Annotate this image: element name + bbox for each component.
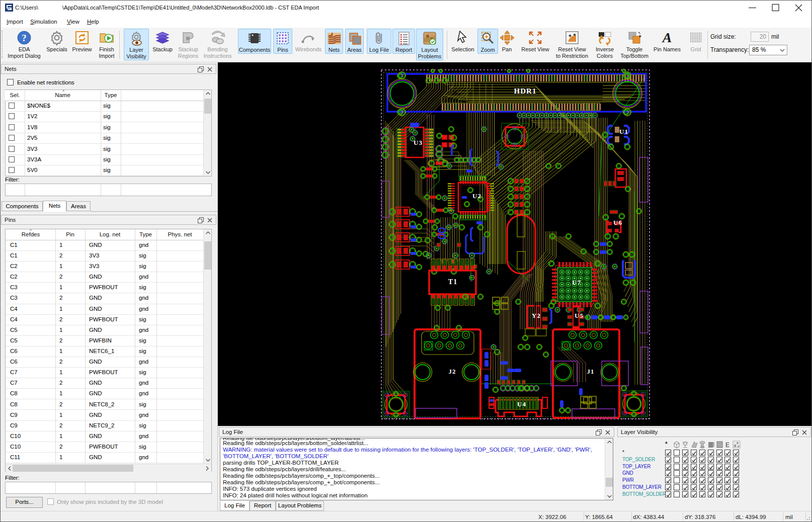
svg-text:J2: J2 bbox=[449, 368, 456, 375]
svg-text:U2: U2 bbox=[472, 192, 481, 200]
svg-text:A: A bbox=[662, 30, 672, 45]
svg-text:HDR1: HDR1 bbox=[514, 87, 537, 95]
svg-text:U6: U6 bbox=[613, 219, 622, 226]
svg-text:E: E bbox=[725, 442, 729, 449]
svg-text:Y2: Y2 bbox=[532, 312, 541, 319]
svg-text:U4: U4 bbox=[517, 400, 526, 408]
svg-text:J1: J1 bbox=[587, 368, 595, 375]
svg-text:U1: U1 bbox=[619, 128, 628, 135]
svg-text:?: ? bbox=[22, 33, 27, 43]
svg-text:T1: T1 bbox=[448, 278, 457, 286]
svg-text:U3: U3 bbox=[414, 139, 423, 146]
svg-text:U5: U5 bbox=[575, 312, 584, 319]
svg-text:U7: U7 bbox=[572, 279, 581, 286]
